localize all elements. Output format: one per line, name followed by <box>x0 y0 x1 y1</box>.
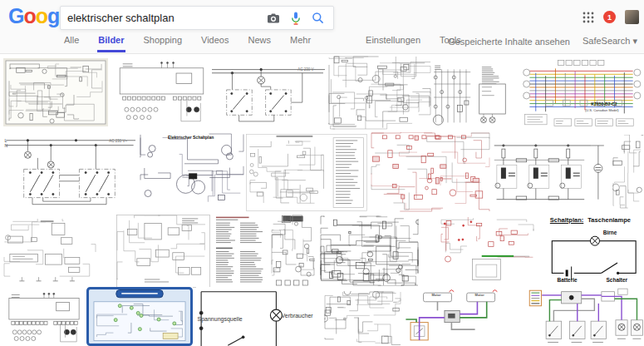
safesearch-label: SafeSearch <box>583 36 630 46</box>
search-icon[interactable] <box>312 12 324 24</box>
avatar[interactable] <box>625 10 639 24</box>
image-result-12[interactable] <box>612 135 644 209</box>
tab-shopping[interactable]: Shopping <box>143 30 184 52</box>
image-result-20[interactable] <box>3 293 85 346</box>
thumbnail-label: Verbraucher <box>282 313 313 319</box>
image-result-1[interactable] <box>3 58 108 126</box>
thumbnail-label: (U.S. Canadian Model) <box>585 109 619 113</box>
thumbnail-sketch <box>3 218 96 284</box>
thumbnail-label: AC 230 V~ <box>109 139 127 143</box>
tab-mehr[interactable]: Mehr <box>289 30 312 52</box>
chevron-down-icon: ▾ <box>632 36 637 46</box>
tab-alle[interactable]: Alle <box>63 30 80 52</box>
search-input[interactable] <box>61 12 267 24</box>
google-header: Google <box>0 0 644 54</box>
thumbnail-label: Spannungsquelle <box>198 316 243 323</box>
thumbnail-label: Taschenlampe <box>587 217 631 225</box>
thumbnail-sketch <box>86 287 193 346</box>
thumbnail-sketch <box>3 135 135 210</box>
thumbnail-label: N <box>5 144 8 149</box>
thumbnail-label: Schalter <box>606 277 627 283</box>
notification-badge[interactable]: 1 <box>603 11 616 23</box>
image-result-9[interactable] <box>246 134 367 211</box>
camera-icon[interactable] <box>267 13 280 23</box>
thumbnail-sketch <box>526 287 644 346</box>
thumbnail-sketch <box>324 291 401 346</box>
search-bar[interactable] <box>60 6 334 30</box>
logo-letter: o <box>36 4 47 27</box>
thumbnail-label: Motor <box>431 294 440 298</box>
thumbnail-sketch <box>140 133 244 210</box>
image-result-7[interactable]: LNAC 230 V~ <box>3 135 135 210</box>
thumbnail-sketch <box>213 215 268 288</box>
thumbnail-sketch <box>3 293 85 346</box>
thumbnail-sketch <box>3 58 108 126</box>
thumbnail-label: KZ650-B2-C2 <box>591 102 617 107</box>
thumbnail-sketch <box>116 215 210 288</box>
thumbnail-sketch <box>328 56 431 130</box>
thumbnail-label: Batterie <box>557 277 577 283</box>
thumbnail-sketch <box>405 287 522 346</box>
thumbnail-sketch <box>271 215 315 288</box>
thumbnail-sketch <box>371 132 490 212</box>
thumbnail-label: AC 230 V~ <box>297 67 316 72</box>
logo-letter: G <box>8 4 23 27</box>
thumbnail-label: Elektrischer Schaltplan <box>168 136 214 141</box>
image-result-10[interactable] <box>371 132 490 212</box>
image-result-16[interactable] <box>271 215 315 288</box>
thumbnail-label: Birne <box>603 230 617 235</box>
mic-icon[interactable] <box>291 12 301 25</box>
image-result-19[interactable]: Schaltplan:TaschenlampeBirneBatterieScha… <box>542 215 644 288</box>
link-safesearch[interactable]: SafeSearch ▾ <box>583 36 637 47</box>
image-result-24[interactable]: MotorMotor <box>405 287 522 346</box>
image-result-13[interactable] <box>3 218 96 284</box>
tab-news[interactable]: News <box>247 30 272 52</box>
image-result-15[interactable] <box>213 215 268 288</box>
image-result-8[interactable]: Elektrischer Schaltplan <box>140 133 244 210</box>
link-einstellungen[interactable]: Einstellungen <box>365 30 421 52</box>
image-result-6[interactable]: KZ650-B2-C2(U.S. Canadian Model) <box>521 57 644 129</box>
image-result-18[interactable] <box>440 216 534 285</box>
tab-bilder[interactable]: Bilder <box>97 30 125 52</box>
image-result-3[interactable]: AC 230 V~ <box>212 63 325 126</box>
apps-grid-icon[interactable] <box>583 12 594 23</box>
image-result-5[interactable] <box>431 64 519 131</box>
thumbnail-label: Motor <box>475 294 484 298</box>
image-result-4[interactable] <box>328 56 431 130</box>
tabs-spacer <box>329 30 347 52</box>
thumbnail-sketch <box>431 64 519 131</box>
thumbnail-sketch <box>612 135 644 209</box>
thumbnail-label: Schaltplan: <box>550 217 583 225</box>
image-result-22[interactable]: SpannungsquelleVerbraucher <box>196 287 323 346</box>
thumbnail-sketch <box>492 137 607 206</box>
tab-videos[interactable]: Videos <box>200 30 229 52</box>
image-result-14[interactable] <box>116 215 210 288</box>
thumbnail-sketch <box>440 216 534 285</box>
link-saved-content[interactable]: Gespeicherte Inhalte ansehen <box>448 37 570 47</box>
image-result-21[interactable] <box>86 287 193 346</box>
logo-letter: o <box>23 4 35 27</box>
thumbnail-sketch <box>320 215 419 286</box>
image-result-11[interactable] <box>492 137 607 206</box>
image-result-25[interactable] <box>526 287 644 346</box>
image-result-17[interactable] <box>320 215 419 286</box>
image-result-23[interactable] <box>324 291 401 346</box>
image-result-2[interactable] <box>113 62 210 126</box>
thumbnail-sketch <box>521 57 644 129</box>
thumbnail-sketch <box>212 63 325 126</box>
logo-letter: g <box>47 4 59 27</box>
thumbnail-sketch <box>246 134 367 211</box>
thumbnail-sketch <box>113 62 210 126</box>
